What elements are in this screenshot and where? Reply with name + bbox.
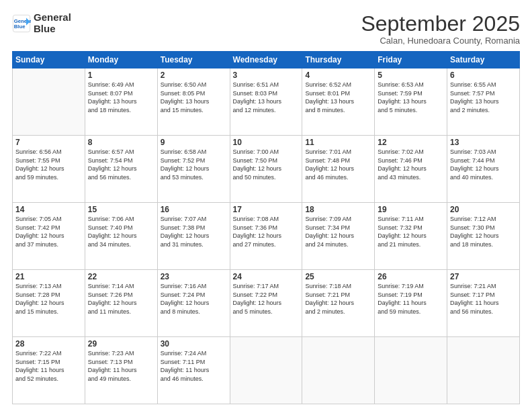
day-info: Sunrise: 6:55 AM Sunset: 7:57 PM Dayligh… — [450, 81, 517, 114]
day-info: Sunrise: 7:16 AM Sunset: 7:24 PM Dayligh… — [161, 282, 227, 316]
day-number: 1 — [88, 71, 154, 80]
calendar-cell — [447, 337, 520, 404]
day-number: 15 — [88, 205, 154, 214]
calendar-cell: 23Sunrise: 7:16 AM Sunset: 7:24 PM Dayli… — [157, 270, 230, 337]
calendar-cell: 7Sunrise: 6:56 AM Sunset: 7:55 PM Daylig… — [13, 136, 85, 203]
calendar-table: SundayMondayTuesdayWednesdayThursdayFrid… — [12, 51, 520, 404]
calendar-cell: 15Sunrise: 7:06 AM Sunset: 7:40 PM Dayli… — [85, 203, 157, 270]
calendar-week-row: 28Sunrise: 7:22 AM Sunset: 7:15 PM Dayli… — [13, 337, 520, 404]
calendar-cell: 5Sunrise: 6:53 AM Sunset: 7:59 PM Daylig… — [375, 68, 447, 136]
weekday-header: Friday — [375, 52, 447, 68]
day-info: Sunrise: 7:11 AM Sunset: 7:32 PM Dayligh… — [378, 215, 444, 248]
weekday-header: Wednesday — [230, 52, 302, 68]
day-number: 14 — [15, 205, 82, 214]
calendar-header-row: SundayMondayTuesdayWednesdayThursdayFrid… — [13, 52, 520, 68]
day-number: 10 — [233, 138, 300, 147]
calendar-cell: 30Sunrise: 7:24 AM Sunset: 7:11 PM Dayli… — [157, 337, 230, 404]
day-number: 22 — [88, 272, 154, 281]
calendar-cell: 6Sunrise: 6:55 AM Sunset: 7:57 PM Daylig… — [447, 68, 520, 136]
day-info: Sunrise: 7:06 AM Sunset: 7:40 PM Dayligh… — [88, 215, 154, 248]
calendar-cell: 18Sunrise: 7:09 AM Sunset: 7:34 PM Dayli… — [302, 203, 375, 270]
day-info: Sunrise: 7:13 AM Sunset: 7:28 PM Dayligh… — [15, 282, 82, 316]
day-number: 13 — [450, 138, 517, 147]
day-info: Sunrise: 6:58 AM Sunset: 7:52 PM Dayligh… — [161, 148, 227, 181]
day-number: 2 — [161, 71, 227, 80]
day-info: Sunrise: 6:57 AM Sunset: 7:54 PM Dayligh… — [88, 148, 154, 181]
day-info: Sunrise: 7:02 AM Sunset: 7:46 PM Dayligh… — [378, 148, 444, 181]
calendar-cell: 21Sunrise: 7:13 AM Sunset: 7:28 PM Dayli… — [13, 270, 85, 337]
day-number: 27 — [450, 272, 517, 281]
day-info: Sunrise: 7:03 AM Sunset: 7:44 PM Dayligh… — [450, 148, 517, 181]
logo-line1: General — [34, 12, 71, 24]
day-number: 19 — [378, 205, 444, 214]
day-info: Sunrise: 6:49 AM Sunset: 8:07 PM Dayligh… — [88, 81, 154, 114]
day-number: 16 — [161, 205, 227, 214]
day-number: 17 — [233, 205, 300, 214]
day-number: 26 — [378, 272, 444, 281]
day-number: 18 — [305, 205, 371, 214]
day-info: Sunrise: 7:22 AM Sunset: 7:15 PM Dayligh… — [15, 349, 82, 383]
calendar-cell: 3Sunrise: 6:51 AM Sunset: 8:03 PM Daylig… — [230, 68, 302, 136]
calendar-cell — [302, 337, 375, 404]
day-number: 8 — [88, 138, 154, 147]
day-number: 24 — [233, 272, 300, 281]
calendar-week-row: 7Sunrise: 6:56 AM Sunset: 7:55 PM Daylig… — [13, 136, 520, 203]
day-number: 23 — [161, 272, 227, 281]
logo: General Blue General Blue — [12, 12, 71, 34]
calendar-cell — [13, 68, 85, 136]
calendar-cell: 11Sunrise: 7:01 AM Sunset: 7:48 PM Dayli… — [302, 136, 375, 203]
day-info: Sunrise: 7:17 AM Sunset: 7:22 PM Dayligh… — [233, 282, 300, 316]
calendar-cell: 25Sunrise: 7:18 AM Sunset: 7:21 PM Dayli… — [302, 270, 375, 337]
weekday-header: Thursday — [302, 52, 375, 68]
day-number: 30 — [161, 339, 227, 349]
calendar-cell: 27Sunrise: 7:21 AM Sunset: 7:17 PM Dayli… — [447, 270, 520, 337]
logo-text: General Blue — [34, 12, 71, 34]
svg-text:Blue: Blue — [14, 24, 26, 30]
calendar-week-row: 14Sunrise: 7:05 AM Sunset: 7:42 PM Dayli… — [13, 203, 520, 270]
page: General Blue General Blue September 2025… — [0, 0, 532, 411]
weekday-header: Monday — [85, 52, 157, 68]
day-number: 4 — [305, 71, 371, 80]
day-number: 29 — [88, 339, 154, 349]
day-number: 5 — [378, 71, 444, 80]
day-info: Sunrise: 7:14 AM Sunset: 7:26 PM Dayligh… — [88, 282, 154, 316]
weekday-header: Sunday — [13, 52, 85, 68]
logo-line2: Blue — [34, 24, 71, 35]
calendar-cell: 10Sunrise: 7:00 AM Sunset: 7:50 PM Dayli… — [230, 136, 302, 203]
day-number: 12 — [378, 138, 444, 147]
day-number: 20 — [450, 205, 517, 214]
calendar-cell: 4Sunrise: 6:52 AM Sunset: 8:01 PM Daylig… — [302, 68, 375, 136]
weekday-header: Tuesday — [157, 52, 230, 68]
calendar-cell: 12Sunrise: 7:02 AM Sunset: 7:46 PM Dayli… — [375, 136, 447, 203]
day-number: 6 — [450, 71, 517, 80]
calendar-cell: 26Sunrise: 7:19 AM Sunset: 7:19 PM Dayli… — [375, 270, 447, 337]
day-info: Sunrise: 7:01 AM Sunset: 7:48 PM Dayligh… — [305, 148, 371, 181]
header: General Blue General Blue September 2025… — [12, 12, 520, 46]
calendar-cell — [375, 337, 447, 404]
calendar-cell: 28Sunrise: 7:22 AM Sunset: 7:15 PM Dayli… — [13, 337, 85, 404]
calendar-cell: 29Sunrise: 7:23 AM Sunset: 7:13 PM Dayli… — [85, 337, 157, 404]
day-info: Sunrise: 7:21 AM Sunset: 7:17 PM Dayligh… — [450, 282, 517, 316]
calendar-cell: 1Sunrise: 6:49 AM Sunset: 8:07 PM Daylig… — [85, 68, 157, 136]
day-info: Sunrise: 7:09 AM Sunset: 7:34 PM Dayligh… — [305, 215, 371, 248]
day-number: 28 — [15, 339, 82, 349]
calendar-cell: 8Sunrise: 6:57 AM Sunset: 7:54 PM Daylig… — [85, 136, 157, 203]
calendar-cell: 19Sunrise: 7:11 AM Sunset: 7:32 PM Dayli… — [375, 203, 447, 270]
calendar-cell: 16Sunrise: 7:07 AM Sunset: 7:38 PM Dayli… — [157, 203, 230, 270]
day-number: 11 — [305, 138, 371, 147]
day-info: Sunrise: 7:23 AM Sunset: 7:13 PM Dayligh… — [88, 349, 154, 383]
calendar-cell: 13Sunrise: 7:03 AM Sunset: 7:44 PM Dayli… — [447, 136, 520, 203]
calendar-cell: 17Sunrise: 7:08 AM Sunset: 7:36 PM Dayli… — [230, 203, 302, 270]
calendar-week-row: 1Sunrise: 6:49 AM Sunset: 8:07 PM Daylig… — [13, 68, 520, 136]
logo-icon: General Blue — [12, 14, 31, 33]
day-info: Sunrise: 7:00 AM Sunset: 7:50 PM Dayligh… — [233, 148, 300, 181]
day-number: 3 — [233, 71, 300, 80]
day-info: Sunrise: 7:08 AM Sunset: 7:36 PM Dayligh… — [233, 215, 300, 248]
calendar-cell: 20Sunrise: 7:12 AM Sunset: 7:30 PM Dayli… — [447, 203, 520, 270]
day-number: 21 — [15, 272, 82, 281]
location: Calan, Hunedoara County, Romania — [361, 36, 520, 46]
day-info: Sunrise: 6:50 AM Sunset: 8:05 PM Dayligh… — [161, 81, 227, 114]
day-number: 9 — [161, 138, 227, 147]
calendar-cell: 22Sunrise: 7:14 AM Sunset: 7:26 PM Dayli… — [85, 270, 157, 337]
day-info: Sunrise: 6:53 AM Sunset: 7:59 PM Dayligh… — [378, 81, 444, 114]
